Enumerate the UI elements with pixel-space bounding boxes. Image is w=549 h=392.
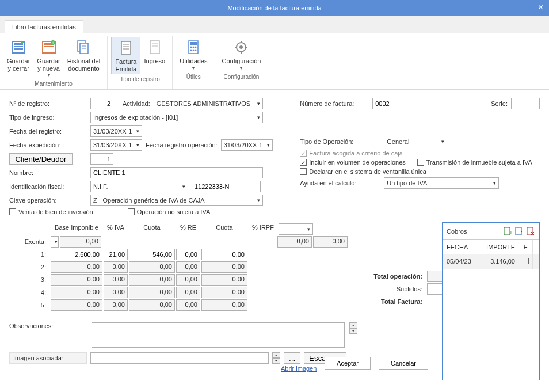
close-icon[interactable]: × <box>538 2 543 13</box>
transmision-inmueble-checkbox[interactable]: Transmisión de inmueble sujeta a IVA <box>417 159 532 166</box>
group-label: Tipo de registro <box>120 74 160 83</box>
incluir-volumen-checkbox[interactable]: ✓Incluir en volumen de operaciones <box>300 159 406 166</box>
svg-rect-3 <box>14 48 23 50</box>
num-factura-input[interactable] <box>372 98 470 109</box>
titlebar: Modificación de la factura emitida × <box>0 0 549 16</box>
abrir-imagen-link[interactable]: Abrir imagen <box>281 365 317 372</box>
actividad-select[interactable]: GESTORES ADMINISTRATIVOS▾ <box>154 98 263 109</box>
tipo-ingreso-select[interactable]: Ingresos de explotación - [I01]▾ <box>90 112 263 123</box>
nombre-input[interactable] <box>90 167 263 178</box>
exenta-caret[interactable]: ▾ <box>51 236 59 248</box>
save-close-icon <box>9 38 28 56</box>
gear-icon <box>232 38 250 56</box>
tab-libro-facturas[interactable]: Libro facturas emitidas <box>5 20 83 33</box>
ribbon-group-mantenimiento: Guardary cerrar + Guardary nueva ▾ Histo… <box>0 36 108 89</box>
id-fiscal-num-input[interactable] <box>192 181 261 192</box>
utilidades-button[interactable]: Utilidades ▾ <box>176 37 211 72</box>
svg-rect-13 <box>121 41 131 54</box>
cobros-e-checkbox[interactable] <box>519 254 533 269</box>
label: FacturaEmitida <box>115 58 136 73</box>
th-cuota2: Cuota <box>201 224 247 234</box>
group-label: Configuración <box>224 72 260 81</box>
imagen-path-input[interactable] <box>90 352 269 364</box>
exenta-base: 0,00 <box>60 236 101 248</box>
nombre-label: Nombre: <box>9 169 87 176</box>
cobros-edit-icon[interactable] <box>514 227 524 236</box>
th-importe: IMPORTE <box>482 240 519 254</box>
fecha-registro-input[interactable]: 31/03/20XX-1▾ <box>90 125 142 137</box>
row-label: 4: <box>9 289 49 296</box>
id-fiscal-label: Identificación fiscal: <box>9 183 87 190</box>
n-registro-input[interactable] <box>90 98 113 109</box>
cobros-row[interactable]: 05/04/23 3.146,00 <box>443 254 539 269</box>
img-spinner[interactable]: ▴▾ <box>272 352 280 364</box>
ingreso-button[interactable]: Ingreso <box>140 37 169 74</box>
cliente-deudor-button[interactable]: Cliente/Deudor <box>9 153 73 165</box>
clave-op-select[interactable]: Z - Operación genérica de IVA de CAJA▾ <box>90 195 263 206</box>
aceptar-button[interactable]: Aceptar <box>325 357 371 370</box>
svg-rect-36 <box>516 227 521 235</box>
th-e: E <box>519 240 533 254</box>
th-cuota: Cuota <box>129 224 175 234</box>
label: Guardary cerrar <box>7 58 30 72</box>
label: Utilidades <box>180 58 207 65</box>
configuracion-button[interactable]: Configuración ▾ <box>219 37 265 72</box>
guardar-nueva-button[interactable]: + Guardary nueva ▾ <box>33 37 63 79</box>
label: Configuración <box>222 58 261 65</box>
op-no-sujeta-checkbox[interactable]: Operación no sujeta a IVA <box>128 208 211 215</box>
row-label: 2: <box>9 264 49 271</box>
cobros-add-icon[interactable]: + <box>503 227 512 236</box>
row-label-exenta: Exenta: <box>9 238 49 245</box>
irpf-select[interactable]: ▾ <box>279 223 313 235</box>
tipo-operacion-label: Tipo de Operación: <box>300 138 380 145</box>
cliente-num-input[interactable] <box>90 153 113 165</box>
svg-rect-2 <box>14 46 23 47</box>
ribbon-group-tipo-registro: FacturaEmitida Ingreso Tipo de registro <box>108 36 173 89</box>
exenta-irpf1: 0,00 <box>277 236 312 248</box>
serie-label: Serie: <box>491 100 508 107</box>
calculator-icon <box>184 38 203 56</box>
fecha-registro-label: Fecha del registro: <box>9 128 87 135</box>
svg-point-24 <box>195 47 197 48</box>
svg-rect-6 <box>44 46 54 47</box>
chevron-down-icon: ▾ <box>48 73 50 78</box>
ribbon-group-configuracion: Configuración ▾ Configuración <box>215 36 269 89</box>
cancelar-button[interactable]: Cancelar <box>379 357 428 370</box>
declarar-ventanilla-checkbox[interactable]: Declarar en el sistema de ventanilla úni… <box>300 168 426 175</box>
tipo-operacion-select[interactable]: General▾ <box>384 136 447 147</box>
total-factura-label: Total Factura: <box>352 298 427 305</box>
serie-input[interactable] <box>511 98 540 109</box>
iva-1[interactable] <box>104 249 128 260</box>
fecha-reg-op-input[interactable]: 31/03/20XX-1▾ <box>221 139 273 151</box>
cuota2-1[interactable] <box>201 249 247 260</box>
re-1[interactable] <box>176 249 200 260</box>
observaciones-textarea[interactable] <box>92 322 345 348</box>
venta-bien-checkbox[interactable]: Venta de bien de inversión <box>9 208 93 215</box>
cobros-delete-icon[interactable] <box>526 227 535 236</box>
base-1[interactable] <box>51 249 102 260</box>
cuota-1[interactable] <box>129 249 175 260</box>
obs-spinner[interactable]: ▴▾ <box>349 322 357 334</box>
fecha-expedicion-label: Fecha expedición: <box>9 142 87 149</box>
svg-point-23 <box>193 47 195 48</box>
svg-point-29 <box>239 45 243 49</box>
th-re: % RE <box>176 224 200 234</box>
cobros-panel: Cobros + FECHA IMPORTE E 05/04/23 3.146,… <box>442 222 540 380</box>
browse-button[interactable]: ... <box>284 352 300 364</box>
factura-acogida-checkbox: ✓Factura acogida a criterio de caja <box>300 150 403 157</box>
invoice-icon <box>117 39 135 57</box>
num-factura-label: Número de factura: <box>300 100 369 107</box>
id-fiscal-tipo-select[interactable]: N.I.F.▾ <box>90 181 188 192</box>
label: Ingreso <box>144 58 165 65</box>
row-label: 5: <box>9 302 49 309</box>
actividad-label: Actividad: <box>123 100 150 107</box>
fecha-expedicion-input[interactable]: 31/03/20XX-1▾ <box>90 139 142 151</box>
th-irpf: % IRPF <box>249 224 277 234</box>
ayuda-calculo-label: Ayuda en el cálculo: <box>300 180 380 187</box>
ayuda-calculo-select[interactable]: Un tipo de IVA▾ <box>384 177 499 189</box>
factura-emitida-button[interactable]: FacturaEmitida <box>111 37 140 74</box>
historial-button[interactable]: Historial deldocumento <box>64 37 104 79</box>
guardar-cerrar-button[interactable]: Guardary cerrar <box>3 37 33 79</box>
group-label: Mantenimiento <box>35 79 73 88</box>
svg-text:+: + <box>509 230 512 236</box>
